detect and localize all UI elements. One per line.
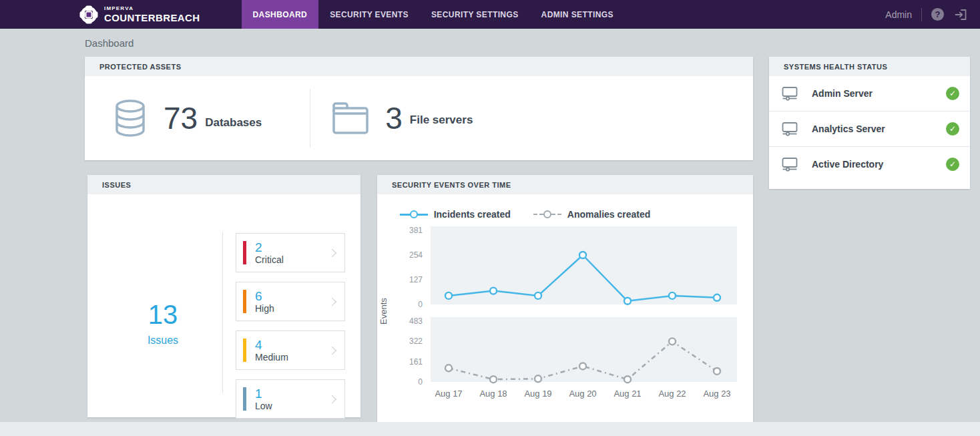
severity-count: 1 xyxy=(255,387,272,401)
svg-text:Aug 18: Aug 18 xyxy=(479,389,507,399)
tab-dashboard[interactable]: DASHBOARD xyxy=(242,0,319,29)
severity-text: 2Critical xyxy=(255,240,284,266)
issues-total-count: 13 xyxy=(126,300,200,329)
help-icon[interactable]: ? xyxy=(931,8,944,21)
chevron-right-icon xyxy=(328,248,336,257)
health-row-analytics-server: Analytics Server✓ xyxy=(769,112,970,147)
issue-card-low[interactable]: 1Low xyxy=(236,379,345,419)
svg-text:Aug 19: Aug 19 xyxy=(524,389,551,399)
chart-legend: Incidents createdAnomalies created xyxy=(377,209,673,220)
svg-text:322: 322 xyxy=(409,337,423,346)
status-ok-icon: ✓ xyxy=(946,122,959,136)
issues-body: 13 Issues 2Critical6High4Medium1Low xyxy=(87,194,360,417)
protected-assets-body: 73 Databases 3 File servers xyxy=(85,76,753,160)
severity-label: Critical xyxy=(255,254,284,265)
severity-color-bar xyxy=(243,290,246,313)
health-label: Analytics Server xyxy=(812,124,885,134)
databases-stat: 73 Databases xyxy=(111,97,262,139)
severity-color-bar xyxy=(243,241,246,264)
severity-count: 4 xyxy=(255,338,288,353)
severity-text: 4Medium xyxy=(255,338,288,363)
issue-severity-list: 2Critical6High4Medium1Low xyxy=(236,233,345,419)
legend-marker xyxy=(533,210,561,219)
database-icon xyxy=(111,97,149,139)
issues-divider xyxy=(222,232,223,393)
legend-label: Incidents created xyxy=(434,209,511,220)
user-menu[interactable]: Admin xyxy=(885,9,912,20)
server-icon xyxy=(781,156,798,172)
svg-text:Aug 22: Aug 22 xyxy=(658,389,686,399)
server-icon xyxy=(781,121,798,137)
severity-color-bar xyxy=(243,387,246,411)
nav-divider xyxy=(921,8,922,21)
y-axis-label: Events xyxy=(379,298,389,324)
health-row-admin-server: Admin Server✓ xyxy=(769,76,970,112)
file-servers-stat: 3 File servers xyxy=(330,100,473,136)
footer-strip xyxy=(0,422,980,436)
svg-text:0: 0 xyxy=(418,300,423,309)
nav-tabs: DASHBOARDSECURITY EVENTSSECURITY SETTING… xyxy=(242,0,625,29)
breadcrumb[interactable]: Dashboard xyxy=(85,29,134,57)
svg-text:381: 381 xyxy=(409,226,423,235)
brand-imperva: IMPERVA xyxy=(104,6,200,11)
logout-icon[interactable] xyxy=(953,7,968,22)
severity-text: 1Low xyxy=(255,387,272,412)
brand-text: IMPERVA COUNTERBREACH xyxy=(104,6,200,23)
systems-health-list: Admin Server✓Analytics Server✓Active Dir… xyxy=(769,76,970,182)
severity-label: Medium xyxy=(255,352,288,363)
tab-security-events[interactable]: SECURITY EVENTS xyxy=(318,0,420,29)
status-ok-icon: ✓ xyxy=(946,158,959,171)
security-events-title: SECURITY EVENTS OVER TIME xyxy=(377,175,753,194)
security-events-panel: SECURITY EVENTS OVER TIME Incidents crea… xyxy=(377,175,753,423)
issues-total: 13 Issues xyxy=(126,300,200,347)
svg-text:483: 483 xyxy=(409,316,423,326)
top-navbar: IMPERVA COUNTERBREACH DASHBOARDSECURITY … xyxy=(0,0,980,29)
svg-text:127: 127 xyxy=(409,275,423,284)
svg-text:Aug 21: Aug 21 xyxy=(614,389,641,399)
imperva-logo-icon xyxy=(79,5,99,25)
chevron-right-icon xyxy=(328,346,336,355)
legend-label: Anomalies created xyxy=(567,209,651,220)
issues-title: ISSUES xyxy=(87,175,360,194)
chevron-right-icon xyxy=(328,297,336,306)
systems-health-panel: SYSTEMS HEALTH STATUS Admin Server✓Analy… xyxy=(769,57,970,189)
file-servers-count: 3 xyxy=(385,100,403,136)
svg-text:161: 161 xyxy=(409,357,423,367)
databases-count: 73 xyxy=(164,100,198,136)
svg-text:254: 254 xyxy=(409,250,423,260)
events-chart: 38125412704833221610Aug 17Aug 18Aug 19Au… xyxy=(379,222,744,404)
legend-incidents-created[interactable]: Incidents created xyxy=(400,209,511,220)
protected-assets-title: PROTECTED ASSETS xyxy=(85,57,753,76)
folder-icon xyxy=(330,100,371,136)
severity-label: High xyxy=(255,303,274,314)
issues-total-label: Issues xyxy=(126,335,200,347)
nav-right: Admin ? xyxy=(885,0,968,29)
issue-card-high[interactable]: 6High xyxy=(236,282,345,321)
stats-divider xyxy=(310,89,310,148)
file-servers-label: File servers xyxy=(410,114,473,127)
severity-count: 6 xyxy=(255,289,274,304)
health-label: Admin Server xyxy=(812,88,873,99)
health-label: Active Directory xyxy=(812,159,883,170)
svg-text:Aug 17: Aug 17 xyxy=(435,389,462,399)
counterbreach-dashboard: IMPERVA COUNTERBREACH DASHBOARDSECURITY … xyxy=(0,0,980,436)
severity-color-bar xyxy=(243,339,246,362)
legend-anomalies-created[interactable]: Anomalies created xyxy=(533,209,651,220)
brand-counterbreach: COUNTERBREACH xyxy=(104,13,200,23)
server-icon xyxy=(781,85,798,101)
legend-marker xyxy=(400,210,428,219)
svg-text:Aug 23: Aug 23 xyxy=(703,389,730,399)
brand-logo[interactable]: IMPERVA COUNTERBREACH xyxy=(79,0,200,29)
issue-card-critical[interactable]: 2Critical xyxy=(236,233,345,272)
issue-card-medium[interactable]: 4Medium xyxy=(236,331,345,370)
protected-assets-panel: PROTECTED ASSETS 73 Databases xyxy=(85,57,753,160)
chevron-right-icon xyxy=(328,395,336,403)
databases-label: Databases xyxy=(205,116,262,130)
svg-text:Aug 20: Aug 20 xyxy=(569,389,596,399)
severity-label: Low xyxy=(255,401,272,411)
severity-count: 2 xyxy=(255,240,284,255)
severity-text: 6High xyxy=(255,289,274,314)
tab-admin-settings[interactable]: ADMIN SETTINGS xyxy=(530,0,625,29)
health-row-active-directory: Active Directory✓ xyxy=(769,147,970,182)
tab-security-settings[interactable]: SECURITY SETTINGS xyxy=(420,0,530,29)
